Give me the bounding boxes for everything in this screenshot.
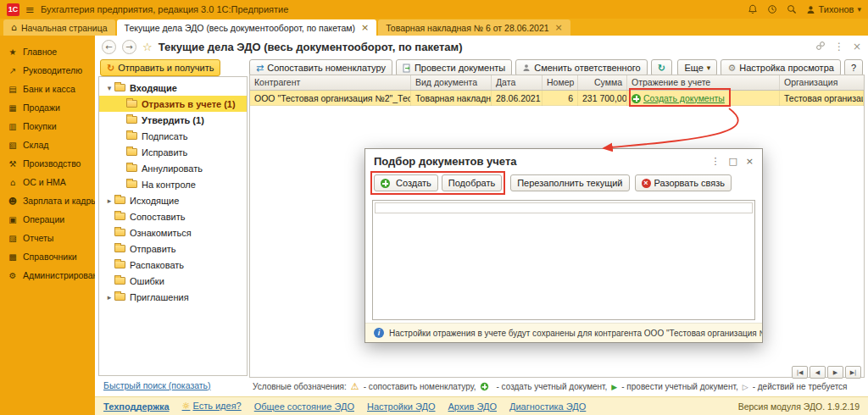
col-contragent[interactable]: Контрагент (250, 75, 411, 90)
tab-home[interactable]: ⌂ Начальная страница (3, 19, 115, 36)
sidebar-item-directories[interactable]: ▩Справочники (0, 247, 95, 266)
tech-support-link[interactable]: Техподдержка (103, 401, 170, 412)
search-icon[interactable] (787, 4, 797, 14)
tree-item-review[interactable]: Ознакомиться (99, 224, 247, 241)
view-settings-button[interactable]: ⚙ Настройка просмотра (721, 59, 841, 76)
dialog-pick-button[interactable]: Подобрать (442, 174, 502, 191)
dialog-maximize-icon[interactable]: □ (728, 156, 737, 167)
tree-item-approve[interactable]: Утвердить (1) (99, 112, 247, 128)
tree-item-send[interactable]: Отправить (99, 241, 247, 257)
user-icon (806, 5, 815, 14)
send-receive-button[interactable]: ↻ Отправить и получить (100, 59, 220, 76)
table-header: Контрагент Вид документа Дата Номер Сумм… (250, 75, 864, 91)
edo-settings-link[interactable]: Настройки ЭДО (367, 401, 436, 412)
icon-fixed-assets: ⌂ (8, 178, 18, 187)
nav-back-button[interactable]: ← (102, 40, 116, 54)
idea-link[interactable]: ☼Есть идея? (182, 401, 242, 412)
tree-item-correct[interactable]: Исправить (99, 144, 247, 160)
sidebar-item-fixed-assets[interactable]: ⌂ОС и НМА (0, 173, 95, 191)
pager-prev-button[interactable]: ◀ (810, 366, 826, 379)
col-number[interactable]: Номер (542, 75, 578, 90)
expander-icon[interactable]: ▸ (104, 196, 114, 205)
gear-icon: ⚙ (727, 63, 736, 74)
folder-icon (114, 293, 125, 301)
history-icon[interactable] (767, 4, 777, 14)
sidebar-item-main[interactable]: ★Главное (0, 42, 95, 61)
col-organization[interactable]: Организация (780, 75, 864, 90)
nav-forward-button[interactable]: → (122, 40, 136, 54)
sidebar-item-reports[interactable]: ▨Отчеты (0, 229, 95, 247)
icon-main: ★ (8, 47, 18, 57)
tree-item-on-control[interactable]: На контроле (99, 176, 247, 192)
sidebar-item-bank-cash[interactable]: ▤Банк и касса (0, 80, 95, 98)
create-doc-plus-icon (481, 383, 488, 390)
dialog-create-button[interactable]: Создать (374, 174, 438, 191)
more-kebab-icon[interactable]: ⋮ (834, 41, 844, 53)
sidebar-item-operations[interactable]: ▣Операции (0, 210, 95, 229)
tree-item-invitations[interactable]: ▸Приглашения (99, 289, 247, 305)
favorite-star-icon[interactable]: ☆ (142, 41, 153, 53)
tree-item-match[interactable]: Сопоставить (99, 208, 247, 224)
edo-archive-link[interactable]: Архив ЭДО (448, 401, 497, 412)
pager-first-button[interactable]: |◀ (792, 366, 808, 379)
dialog-close-icon[interactable]: × (746, 156, 754, 167)
dialog-refill-button[interactable]: Перезаполнить текущий (510, 174, 629, 191)
dialog-hint-bar: Настройки отражения в учете будут сохран… (365, 323, 762, 342)
cell-date: 28.06.2021 (492, 91, 542, 106)
create-documents-link[interactable]: Создать документы (643, 93, 725, 103)
expander-icon[interactable]: ▸ (104, 293, 114, 302)
get-link-icon[interactable] (815, 41, 826, 53)
match-icon: ⇄ (256, 63, 264, 74)
table-row[interactable]: ООО "Тестовая организация №2"_Тест_ Това… (250, 91, 864, 106)
expander-icon[interactable]: ▾ (104, 84, 114, 92)
dialog-unlink-button[interactable]: Разорвать связь (635, 174, 732, 191)
tab-waybill[interactable]: Товарная накладная № 6 от 28.06.2021 × (378, 19, 570, 36)
more-button[interactable]: Еще ▾ (677, 59, 717, 76)
tab-edo-current-tasks[interactable]: Текущие дела ЭДО (весь документооборот, … (117, 19, 377, 36)
help-button[interactable]: ? (844, 59, 863, 76)
quick-search-link[interactable]: Быстрый поиск (показать) (103, 380, 211, 390)
chevron-down-icon: ▾ (707, 64, 711, 72)
col-date[interactable]: Дата (492, 75, 542, 90)
app-title: Бухгалтерия предприятия, редакция 3.0 1С… (41, 4, 288, 14)
folder-icon (126, 148, 137, 156)
dialog-document-list[interactable] (372, 200, 755, 320)
main-menu-icon[interactable]: ≡ (25, 3, 35, 16)
user-menu[interactable]: Тихонов ▾ (806, 4, 861, 14)
tree-item-annul[interactable]: Аннулировать (99, 160, 247, 176)
cell-number: 6 (542, 91, 578, 106)
col-doc-type[interactable]: Вид документа (411, 75, 492, 90)
edo-module-version: Версия модуля ЭДО. 1.9.2.19 (738, 401, 860, 412)
close-icon[interactable]: × (555, 22, 563, 33)
tree-item-incoming[interactable]: ▾Входящие (99, 80, 247, 96)
post-documents-button[interactable]: Провести документы (396, 59, 512, 76)
close-icon[interactable]: × (361, 22, 369, 33)
refresh-button[interactable]: ↻ (651, 59, 672, 76)
tree-item-reflect-in-accounting[interactable]: Отразить в учете (1) (99, 96, 247, 112)
sidebar-item-administration[interactable]: ⚙Администрирование (0, 266, 95, 285)
home-icon: ⌂ (11, 22, 17, 33)
sidebar-item-manager[interactable]: ↗Руководителю (0, 61, 95, 80)
close-form-icon[interactable]: × (853, 41, 861, 53)
sidebar-item-production[interactable]: ⚒Производство (0, 154, 95, 173)
dialog-kebab-icon[interactable]: ⋮ (710, 156, 720, 167)
sidebar-item-purchases[interactable]: ▥Покупки (0, 117, 95, 136)
pager-next-button[interactable]: ▶ (827, 366, 843, 379)
sidebar-item-payroll-hr[interactable]: ☻Зарплата и кадры (0, 191, 95, 210)
tree-item-errors[interactable]: Ошибки (99, 273, 247, 289)
sidebar-item-warehouse[interactable]: ▧Склад (0, 136, 95, 154)
col-reflection[interactable]: Отражение в учете (627, 75, 780, 90)
dialog-accounting-documents-picker: Подбор документов учета ⋮ □ × Создать По… (364, 148, 763, 343)
tree-item-sign[interactable]: Подписать (99, 128, 247, 144)
sidebar-item-sales[interactable]: ▦Продажи (0, 98, 95, 117)
match-nomenclature-button[interactable]: ⇄ Сопоставить номенклатуру (249, 59, 392, 76)
change-responsible-button[interactable]: Сменить ответственного (515, 59, 648, 76)
col-sum[interactable]: Сумма (578, 75, 627, 90)
tree-item-unpack[interactable]: Распаковать (99, 257, 247, 273)
tree-item-outgoing[interactable]: ▸Исходящие (99, 192, 247, 208)
pager-last-button[interactable]: ▶| (845, 366, 861, 379)
notifications-bell-icon[interactable] (748, 4, 758, 14)
post-doc-icon: ▶ (611, 383, 617, 391)
edo-overall-state-link[interactable]: Общее состояние ЭДО (254, 401, 354, 412)
edo-diagnostics-link[interactable]: Диагностика ЭДО (509, 401, 586, 412)
